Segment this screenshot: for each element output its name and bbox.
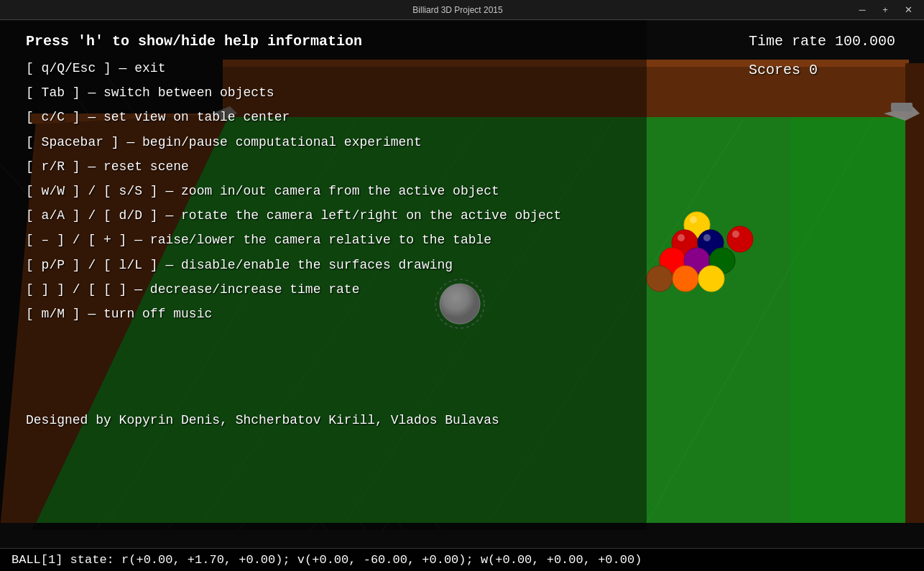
time-rate-row: Time rate 100.000 [749, 27, 895, 56]
window-controls: ─ + ✕ [852, 3, 918, 17]
help-line: [ a/A ] / [ d/D ] — rotate the camera le… [0, 203, 924, 228]
credits: Designed by Kopyrin Denis, Shcherbatov K… [26, 413, 499, 427]
stats-panel: Time rate 100.000 Scores 0 [749, 27, 895, 85]
maximize-button[interactable]: + [875, 3, 895, 17]
help-line: [ w/W ] / [ s/S ] — zoom in/out camera f… [0, 179, 924, 203]
close-button[interactable]: ✕ [898, 3, 918, 17]
help-line: [ Spacebar ] — begin/pause computational… [0, 130, 924, 154]
help-line: [ m/M ] — turn off music [0, 302, 924, 326]
help-line: [ – ] / [ + ] — raise/lower the camera r… [0, 228, 924, 252]
status-text: BALL[1] state: r(+0.00, +1.70, +0.00); v… [11, 553, 642, 567]
status-bar: BALL[1] state: r(+0.00, +1.70, +0.00); v… [0, 548, 924, 571]
help-lines: [ q/Q/Esc ] — exit[ Tab ] — switch betwe… [0, 56, 924, 326]
help-line: [ c/C ] — set view on table center [0, 105, 924, 129]
window-title: Billiard 3D Project 2015 [63, 5, 852, 15]
scores-value: 0 [809, 56, 818, 85]
titlebar: Billiard 3D Project 2015 ─ + ✕ [0, 0, 924, 20]
help-line: [ ] ] / [ [ ] — decrease/increase time r… [0, 277, 924, 302]
scores-label: Scores [749, 56, 800, 85]
help-line: [ p/P ] / [ l/L ] — disable/enable the s… [0, 253, 924, 277]
main-view: Press 'h' to show/hide help information … [0, 20, 924, 571]
minimize-button[interactable]: ─ [852, 3, 872, 17]
time-rate-label: Time rate [749, 27, 826, 56]
scores-row: Scores 0 [749, 56, 895, 85]
time-rate-value: 100.000 [835, 27, 895, 56]
help-line: [ r/R ] — reset scene [0, 154, 924, 179]
